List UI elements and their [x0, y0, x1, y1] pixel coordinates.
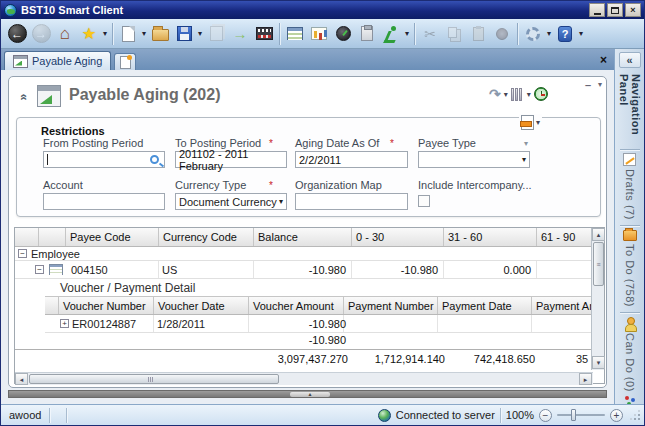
- expand-navigation-button[interactable]: «: [619, 52, 641, 68]
- zoom-slider-thumb[interactable]: [571, 409, 576, 421]
- run-button[interactable]: [379, 22, 403, 46]
- back-icon: ←: [8, 24, 27, 43]
- toolbar-separator: [414, 23, 415, 45]
- zoom-slider[interactable]: [557, 414, 605, 416]
- clipboard-report-button[interactable]: [355, 22, 379, 46]
- aging-date-input[interactable]: 2/2/2011: [295, 151, 408, 168]
- payee-type-select[interactable]: ▾: [418, 151, 530, 168]
- chart-icon: [311, 27, 327, 40]
- detail-header-row: Voucher Number Voucher Date Voucher Amou…: [45, 296, 593, 315]
- process-button[interactable]: [252, 22, 276, 46]
- resize-grip[interactable]: [630, 410, 640, 420]
- columns-dropdown[interactable]: ▾: [527, 90, 531, 99]
- save-button[interactable]: [172, 22, 196, 46]
- zoom-in-button[interactable]: +: [610, 409, 623, 422]
- back-button[interactable]: ←: [5, 22, 29, 46]
- b0-30-value: -10.980: [343, 264, 438, 276]
- runner-icon: [384, 26, 398, 42]
- forward-icon: →: [32, 24, 51, 43]
- currency-type-select[interactable]: Document Currency ▾: [175, 193, 287, 210]
- collapse-header-button[interactable]: «: [18, 94, 30, 101]
- history-clock-icon[interactable]: [534, 87, 548, 101]
- splitter-collapse-button[interactable]: ▲: [290, 392, 330, 397]
- grid-view-button[interactable]: [283, 22, 307, 46]
- col-31-60[interactable]: 31 - 60: [443, 228, 536, 246]
- col-currency-code[interactable]: Currency Code: [158, 228, 253, 246]
- nav-item-cando[interactable]: Can Do (0): [624, 317, 636, 392]
- nav-item-todo[interactable]: To Do (758): [623, 230, 637, 307]
- field-include-intercompany: Include Intercompany...: [418, 179, 558, 207]
- horizontal-scrollbar[interactable]: ◂ ▸: [15, 372, 593, 385]
- nav-item-drafts[interactable]: Drafts (7): [623, 153, 636, 220]
- app-logo-globe-icon: [4, 4, 17, 17]
- col-payment-date[interactable]: Payment Date: [437, 297, 531, 314]
- toolbar-separator: [112, 23, 113, 45]
- export-dropdown[interactable]: ▾: [536, 118, 540, 127]
- restrictions-export-button[interactable]: ▾: [519, 114, 542, 131]
- zoom-out-button[interactable]: −: [539, 409, 552, 422]
- vertical-scroll-thumb[interactable]: ≡: [593, 242, 604, 286]
- new-button[interactable]: [116, 22, 140, 46]
- scroll-left-icon[interactable]: ◂: [15, 373, 28, 385]
- save-dropdown[interactable]: ▾: [196, 29, 204, 38]
- close-button[interactable]: ×: [625, 3, 641, 17]
- col-voucher-amount[interactable]: Voucher Amount: [248, 297, 343, 314]
- from-posting-period-input[interactable]: [43, 151, 165, 168]
- col-61-90[interactable]: 61 - 90: [536, 228, 593, 246]
- settings-button[interactable]: [521, 22, 545, 46]
- chart-button[interactable]: [307, 22, 331, 46]
- open-button[interactable]: [148, 22, 172, 46]
- minimize-button[interactable]: [589, 3, 605, 17]
- scroll-right-icon[interactable]: ▸: [579, 373, 592, 385]
- help-button[interactable]: ?: [553, 22, 577, 46]
- vertical-scrollbar[interactable]: ▴ ≡ ▾: [591, 228, 604, 370]
- search-icon[interactable]: [150, 155, 159, 164]
- run-dropdown[interactable]: ▾: [403, 29, 411, 38]
- collapse-row-icon[interactable]: −: [35, 265, 44, 274]
- group-row-employee[interactable]: − Employee: [15, 247, 593, 261]
- col-voucher-number[interactable]: Voucher Number: [58, 297, 153, 314]
- tab-payable-aging[interactable]: Payable Aging: [4, 51, 111, 70]
- include-intercompany-checkbox[interactable]: [418, 195, 430, 207]
- splitter-bar[interactable]: ▲: [8, 390, 607, 398]
- columns-icon[interactable]: [511, 88, 524, 101]
- export-icon: [521, 115, 534, 130]
- panel-menu-button[interactable]: ▾: [598, 80, 602, 89]
- maximize-button[interactable]: [607, 3, 623, 17]
- col-0-30[interactable]: 0 - 30: [351, 228, 443, 246]
- horizontal-scroll-thumb[interactable]: [29, 374, 279, 384]
- scroll-up-icon[interactable]: ▴: [592, 228, 605, 241]
- panel-minimize-button[interactable]: –: [585, 79, 591, 91]
- voucher-row[interactable]: + ER00124887 1/28/2011 -10.980: [45, 315, 593, 333]
- row-indicator-header: [15, 228, 38, 246]
- help-dropdown[interactable]: ▾: [577, 29, 585, 38]
- scroll-down-icon[interactable]: ▾: [592, 356, 605, 369]
- to-posting-period-input[interactable]: 201102 - 2011 February: [175, 151, 287, 168]
- settings-dropdown[interactable]: ▾: [545, 29, 553, 38]
- new-tab-button[interactable]: [114, 53, 136, 70]
- favorites-dropdown[interactable]: ▾: [101, 29, 109, 38]
- dashboard-button[interactable]: [331, 22, 355, 46]
- payee-row[interactable]: − 004150 US -10.980 -10.980 0.000: [15, 261, 593, 279]
- new-dropdown[interactable]: ▾: [140, 29, 148, 38]
- expand-voucher-icon[interactable]: +: [60, 319, 69, 328]
- col-payment-number[interactable]: Payment Number: [343, 297, 437, 314]
- account-input[interactable]: [43, 193, 165, 210]
- close-tab-button[interactable]: ×: [600, 53, 607, 67]
- share-icon[interactable]: ↷: [489, 87, 501, 101]
- col-payment-amount[interactable]: Payment Amount: [531, 297, 593, 314]
- gear-icon: [526, 27, 540, 41]
- favorites-button[interactable]: ★: [77, 22, 101, 46]
- home-button[interactable]: ⌂: [53, 22, 77, 46]
- col-payee-code[interactable]: Payee Code: [65, 228, 158, 246]
- payee-type-expand-icon[interactable]: ▾: [524, 139, 528, 148]
- organization-map-input[interactable]: [295, 193, 408, 210]
- collapse-group-icon[interactable]: −: [18, 249, 27, 258]
- forward-button[interactable]: →: [29, 22, 53, 46]
- go-button[interactable]: →: [228, 22, 252, 46]
- field-account: Account: [43, 179, 165, 210]
- share-dropdown[interactable]: ▾: [504, 90, 508, 99]
- col-voucher-date[interactable]: Voucher Date: [153, 297, 248, 314]
- col-balance[interactable]: Balance: [253, 228, 351, 246]
- related-items-icon[interactable]: [624, 395, 636, 404]
